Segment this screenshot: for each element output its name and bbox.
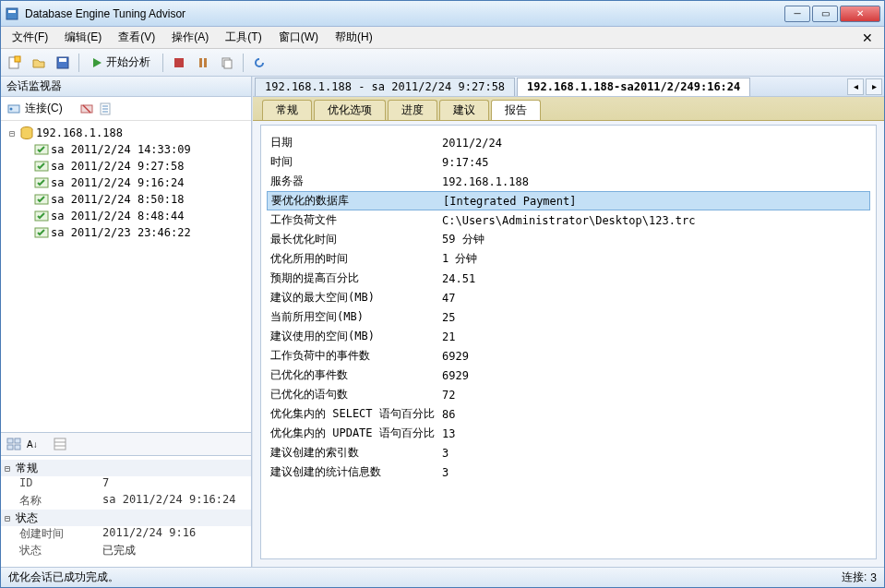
doc-tab-active[interactable]: 192.168.1.188-sa2011/2/249:16:24 [517,78,750,96]
doc-tab-nav: ◂ ▸ [847,78,882,95]
start-analysis-button[interactable]: 开始分析 [85,53,157,73]
body: 会话监视器 连接(C) ⊟ 192.168.1.188 sa 2011/2/24… [1,77,884,567]
connect-icon[interactable] [6,102,21,116]
maximize-button[interactable]: ▭ [812,6,838,22]
report-value: 13 [442,427,867,440]
tree-session-label: sa 2011/2/24 9:27:58 [51,160,185,173]
open-button[interactable] [29,53,49,73]
stop-button[interactable] [169,53,189,73]
subtab-options[interactable]: 优化选项 [314,100,386,120]
prop-row-name[interactable]: 名称sa 2011/2/24 9:16:24 [1,493,251,510]
collapse-icon[interactable]: ⊟ [6,128,18,138]
subtab-report[interactable]: 报告 [491,100,541,120]
report-row[interactable]: 建议创建的统计信息数3 [267,462,870,482]
scroll-right-button[interactable]: ▸ [866,78,882,95]
report-value: 47 [442,292,867,305]
menu-tools[interactable]: 工具(T) [218,28,269,47]
save-button[interactable] [53,53,73,73]
menu-file[interactable]: 文件(F) [5,28,55,47]
new-session-button[interactable] [5,53,25,73]
mdi-close-button[interactable]: ✕ [855,30,880,45]
status-text: 优化会话已成功完成。 [8,570,842,585]
report-row[interactable]: 日期2011/2/24 [267,133,870,152]
copy-button[interactable] [217,53,237,73]
alphabetical-icon[interactable]: A↓ [25,439,40,450]
menu-action[interactable]: 操作(A) [164,28,216,47]
properties-grid[interactable]: ⊟常规 ID7 名称sa 2011/2/24 9:16:24 ⊟状态 创建时间2… [1,456,251,567]
report-value: 59 分钟 [442,232,867,247]
report-row[interactable]: 建议的最大空间(MB)47 [267,288,870,307]
status-bar: 优化会话已成功完成。 连接: 3 [1,567,884,587]
report-key: 工作负荷中的事件数 [270,348,442,364]
start-analysis-label: 开始分析 [106,54,150,70]
session-ok-icon [34,142,49,157]
report-row[interactable]: 要优化的数据库[Integrated Payment] [267,191,870,210]
report-row[interactable]: 建议创建的索引数3 [267,443,870,462]
menu-window[interactable]: 窗口(W) [271,28,326,47]
prop-key: 创建时间 [1,526,102,543]
minimize-button[interactable]: ─ [784,6,810,22]
report-row[interactable]: 已优化的事件数6929 [267,366,870,385]
doc-tab[interactable]: 192.168.1.188 - sa 2011/2/24 9:27:58 [255,78,515,96]
scroll-left-button[interactable]: ◂ [847,78,864,95]
report-row[interactable]: 已优化的语句数72 [267,385,870,404]
report-key: 优化集内的 SELECT 语句百分比 [270,406,442,422]
props-pages-icon[interactable] [53,437,67,451]
menu-edit[interactable]: 编辑(E) [57,28,109,47]
report-row[interactable]: 当前所用空间(MB)25 [267,307,870,327]
svg-rect-24 [15,438,20,443]
refresh-tree-icon[interactable] [98,102,113,116]
tree-session-node[interactable]: sa 2011/2/24 14:33:09 [29,141,249,158]
connect-label[interactable]: 连接(C) [25,101,63,116]
report-row[interactable]: 优化集内的 SELECT 语句百分比86 [267,404,870,424]
svg-rect-10 [224,60,232,68]
session-ok-icon [34,209,49,223]
svg-point-12 [10,107,13,110]
report-row[interactable]: 预期的提高百分比24.51 [267,269,870,288]
report-row[interactable]: 时间9:17:45 [267,152,870,172]
session-ok-icon [34,175,49,190]
report-key: 建议创建的索引数 [270,445,442,461]
report-row[interactable]: 优化集内的 UPDATE 语句百分比13 [267,424,870,443]
tree-session-node[interactable]: sa 2011/2/23 23:46:22 [29,224,249,241]
pause-button[interactable] [193,53,213,73]
tree-session-node[interactable]: sa 2011/2/24 9:27:58 [29,158,249,174]
close-button[interactable]: ✕ [840,6,880,22]
report-row[interactable]: 建议使用的空间(MB)21 [267,327,870,346]
props-toolbar: A↓ [1,432,251,456]
menu-view[interactable]: 查看(V) [111,28,162,47]
report-row[interactable]: 工作负荷文件C:\Users\Administrator\Desktop\123… [267,210,870,230]
props-category-state[interactable]: ⊟状态 [1,510,251,526]
tree-server-node[interactable]: ⊟ 192.168.1.188 [3,125,249,141]
subtab-recommend[interactable]: 建议 [439,100,489,120]
prop-row-state[interactable]: 状态已完成 [1,543,251,559]
report-panel[interactable]: 日期2011/2/24时间9:17:45服务器192.168.1.188要优化的… [260,125,877,559]
document-tabs: 192.168.1.188 - sa 2011/2/24 9:27:58 192… [253,77,884,97]
report-row[interactable]: 优化所用的时间1 分钟 [267,249,870,269]
report-value: 1 分钟 [442,251,867,267]
menu-help[interactable]: 帮助(H) [328,28,380,47]
svg-rect-6 [174,58,184,67]
report-row[interactable]: 服务器192.168.1.188 [267,172,870,191]
report-value: C:\Users\Administrator\Desktop\123.trc [442,214,867,227]
refresh-button[interactable] [249,53,269,73]
tree-server-label: 192.168.1.188 [36,126,123,139]
session-tree[interactable]: ⊟ 192.168.1.188 sa 2011/2/24 14:33:09 sa… [1,121,251,432]
prop-key: ID [1,476,102,493]
report-row[interactable]: 工作负荷中的事件数6929 [267,346,870,366]
subtab-progress[interactable]: 进度 [388,100,437,120]
report-value: 3 [442,447,867,460]
prop-row-ctime[interactable]: 创建时间2011/2/24 9:16 [1,526,251,543]
subtab-general[interactable]: 常规 [262,100,312,120]
props-category-label: 常规 [16,461,38,476]
report-value: 6929 [442,369,867,382]
disconnect-icon[interactable] [79,102,94,116]
prop-row-id[interactable]: ID7 [1,476,251,493]
props-category-general[interactable]: ⊟常规 [1,460,251,476]
tree-session-node[interactable]: sa 2011/2/24 8:48:44 [29,208,249,224]
tree-session-node[interactable]: sa 2011/2/24 9:16:24 [29,174,249,191]
categorized-icon[interactable] [6,437,21,451]
svg-rect-8 [204,58,207,67]
report-row[interactable]: 最长优化时间59 分钟 [267,230,870,249]
tree-session-node[interactable]: sa 2011/2/24 8:50:18 [29,191,249,208]
